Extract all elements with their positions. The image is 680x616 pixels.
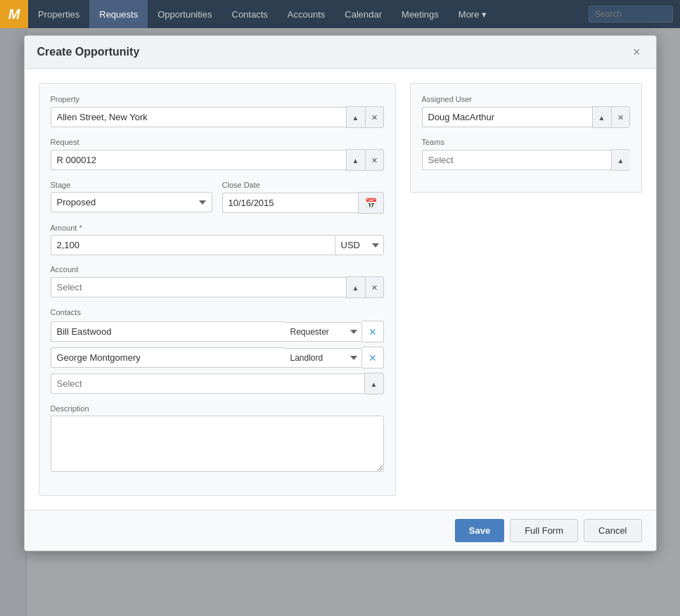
modal-body: Property Request [25,69,656,510]
contact-select-row [51,373,384,394]
account-group: Account [51,265,384,298]
modal-footer: Save Full Form Cancel [25,510,656,551]
right-panel: Assigned User Teams [410,83,642,193]
x-mark-icon [371,283,378,293]
up-arrow-icon [617,155,624,165]
contact1-input[interactable] [51,321,285,342]
save-button[interactable]: Save [455,519,504,542]
teams-label: Teams [422,138,630,146]
request-clear-button[interactable] [365,149,384,171]
logo: M [0,0,28,28]
top-nav: M Properties Requests Opportunities Cont… [0,0,680,28]
modal-close-button[interactable]: × [630,46,643,58]
request-up-button[interactable] [346,149,365,171]
full-form-button[interactable]: Full Form [510,519,578,542]
left-panel: Property Request [39,83,396,496]
up-arrow-icon [598,113,605,122]
nav-contacts[interactable]: Contacts [222,0,278,28]
assigned-user-label: Assigned User [422,95,630,103]
modal-overlay: Create Opportunity × Property Reque [0,28,680,616]
nav-more[interactable]: More ▾ [449,0,496,28]
up-arrow-icon [371,379,378,389]
contact1-role-select[interactable]: Requester Landlord Owner Agent [285,322,362,342]
up-arrow-icon [352,113,359,122]
contact-select-input[interactable] [51,373,364,394]
assigned-user-input[interactable] [422,107,592,127]
amount-group: Amount * USD EUR GBP [51,224,384,255]
close-date-input[interactable] [222,193,358,213]
description-textarea[interactable] [51,416,384,472]
request-input-wrap [51,149,384,171]
up-arrow-icon [352,155,359,165]
contacts-group: Contacts Requester Landlord Owner Agent … [51,308,384,394]
nav-properties[interactable]: Properties [28,0,89,28]
assigned-user-input-wrap [422,106,630,128]
up-arrow-icon [352,283,359,293]
contact2-input[interactable] [51,347,285,368]
property-group: Property [51,95,384,128]
nav-accounts[interactable]: Accounts [278,0,335,28]
teams-up-button[interactable] [611,149,630,171]
calendar-icon: 📅 [365,198,377,209]
stage-select[interactable]: Proposed Qualified Closed Won Closed Los… [51,192,212,212]
currency-select[interactable]: USD EUR GBP [335,235,384,255]
x-mark-icon [371,113,378,122]
assigned-user-clear-button[interactable] [611,106,630,128]
request-input[interactable] [51,150,346,170]
account-input-wrap [51,276,384,298]
stage-group: Stage Proposed Qualified Closed Won Clos… [51,181,212,214]
amount-input[interactable] [51,235,335,255]
nav-meetings[interactable]: Meetings [392,0,449,28]
contacts-label: Contacts [51,308,384,316]
account-up-button[interactable] [346,276,365,298]
property-input-wrap [51,106,384,128]
contact-row-2: Requester Landlord Owner Agent ✕ [51,347,384,368]
contact2-remove-button[interactable]: ✕ [362,347,384,368]
search-input[interactable] [589,6,673,23]
x-mark-icon [371,155,378,165]
property-input[interactable] [51,107,346,127]
nav-calendar[interactable]: Calendar [335,0,392,28]
close-date-input-wrap: 📅 [222,192,384,214]
property-clear-button[interactable] [365,106,384,128]
account-label: Account [51,265,384,274]
request-group: Request [51,138,384,171]
modal-title: Create Opportunity [37,46,140,58]
request-label: Request [51,138,384,146]
stage-label: Stage [51,181,212,189]
assigned-user-group: Assigned User [422,95,630,128]
assigned-user-up-button[interactable] [592,106,611,128]
amount-input-wrap: USD EUR GBP [51,235,384,255]
amount-label: Amount * [51,224,384,232]
description-label: Description [51,404,384,413]
cancel-button[interactable]: Cancel [584,519,641,542]
teams-input-wrap [422,149,630,171]
contact-select-up-button[interactable] [364,373,384,394]
calendar-button[interactable]: 📅 [358,192,384,214]
nav-requests[interactable]: Requests [89,0,148,28]
x-mark-icon [617,113,624,122]
contact1-remove-button[interactable]: ✕ [362,321,384,342]
property-up-button[interactable] [346,106,365,128]
account-clear-button[interactable] [365,276,384,298]
x-blue-icon2: ✕ [368,352,377,364]
nav-opportunities[interactable]: Opportunities [148,0,222,28]
contact2-role-select[interactable]: Requester Landlord Owner Agent [285,348,362,368]
close-date-label: Close Date [222,181,384,189]
account-input[interactable] [51,277,346,297]
property-label: Property [51,95,384,103]
search-wrap [589,0,680,28]
description-group: Description [51,404,384,474]
contact-row-1: Requester Landlord Owner Agent ✕ [51,321,384,342]
modal: Create Opportunity × Property Reque [24,35,657,551]
modal-header: Create Opportunity × [25,36,656,69]
x-blue-icon: ✕ [368,326,377,338]
stage-date-row: Stage Proposed Qualified Closed Won Clos… [51,181,384,224]
teams-input[interactable] [422,150,611,170]
teams-group: Teams [422,138,630,171]
close-date-group: Close Date 📅 [222,181,384,214]
